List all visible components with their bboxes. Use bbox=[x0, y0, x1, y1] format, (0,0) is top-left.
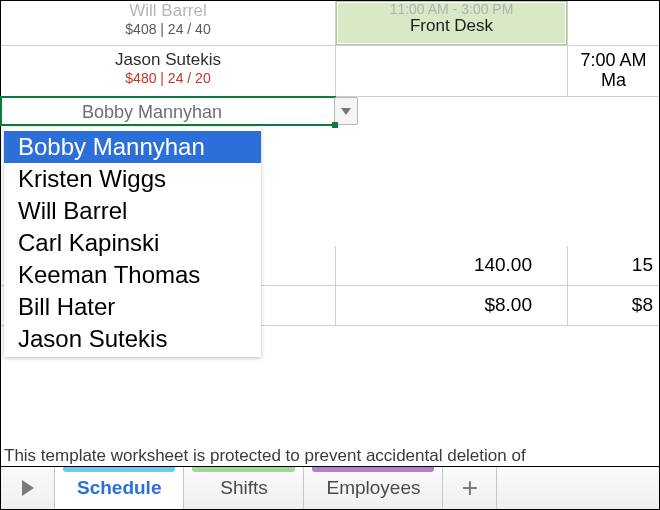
active-cell[interactable]: Bobby Mannyhan bbox=[0, 96, 336, 126]
dropdown-item[interactable]: Carl Kapinski bbox=[4, 227, 261, 259]
employee-dropdown[interactable]: Bobby Mannyhan Kristen Wiggs Will Barrel… bbox=[4, 127, 261, 357]
add-sheet-button[interactable]: + bbox=[443, 467, 497, 509]
shift-block[interactable]: 11:00 AM - 3:00 PM Front Desk bbox=[336, 1, 567, 45]
employee-name-input[interactable]: Bobby Mannyhan bbox=[2, 102, 302, 123]
dropdown-button[interactable] bbox=[334, 97, 358, 125]
employee-name: Jason Sutekis bbox=[1, 46, 335, 70]
dropdown-item[interactable]: Bill Hater bbox=[4, 291, 261, 323]
dropdown-item[interactable]: Kristen Wiggs bbox=[4, 163, 261, 195]
employee-name: Will Barrel bbox=[1, 1, 335, 21]
dropdown-item[interactable]: Jason Sutekis bbox=[4, 323, 261, 355]
shift-time: 11:00 AM - 3:00 PM bbox=[337, 2, 566, 17]
tab-label: Shifts bbox=[220, 477, 268, 499]
sheet-tab-bar: Schedule Shifts Employees + bbox=[0, 467, 660, 510]
shift-cell[interactable]: 11:00 AM - 3:00 PM Front Desk bbox=[336, 1, 568, 45]
employee-row: Will Barrel $408 | 24 / 40 11:00 AM - 3:… bbox=[1, 1, 659, 46]
summary-value: 15 bbox=[568, 246, 659, 285]
employee-summary: $480 | 24 / 20 bbox=[1, 70, 335, 86]
shift-cell[interactable]: 7:00 AM Ma bbox=[568, 46, 659, 96]
dropdown-item[interactable]: Keeman Thomas bbox=[4, 259, 261, 291]
tab-label: Employees bbox=[326, 477, 420, 499]
tab-label: Schedule bbox=[77, 477, 161, 499]
employee-row: Jason Sutekis $480 | 24 / 20 7:00 AM Ma bbox=[1, 46, 659, 97]
summary-value: $8.00 bbox=[336, 286, 568, 325]
summary-value: 140.00 bbox=[336, 246, 568, 285]
shift-cell[interactable] bbox=[336, 46, 568, 96]
tab-scroll-right-icon[interactable] bbox=[1, 467, 55, 509]
summary-value: $8 bbox=[568, 286, 659, 325]
protection-note: This template worksheet is protected to … bbox=[4, 446, 526, 466]
tab-shifts[interactable]: Shifts bbox=[184, 467, 304, 509]
shift-time: 7:00 AM bbox=[568, 51, 659, 71]
dropdown-item[interactable]: Will Barrel bbox=[4, 195, 261, 227]
shift-role: Ma bbox=[568, 71, 659, 91]
tab-employees[interactable]: Employees bbox=[304, 467, 443, 509]
shift-cell[interactable] bbox=[568, 1, 659, 45]
dropdown-item[interactable]: Bobby Mannyhan bbox=[4, 131, 261, 163]
tab-schedule[interactable]: Schedule bbox=[55, 467, 184, 509]
shift-role: Front Desk bbox=[337, 17, 566, 36]
employee-summary: $408 | 24 / 40 bbox=[1, 21, 335, 37]
fill-handle[interactable] bbox=[332, 122, 338, 128]
